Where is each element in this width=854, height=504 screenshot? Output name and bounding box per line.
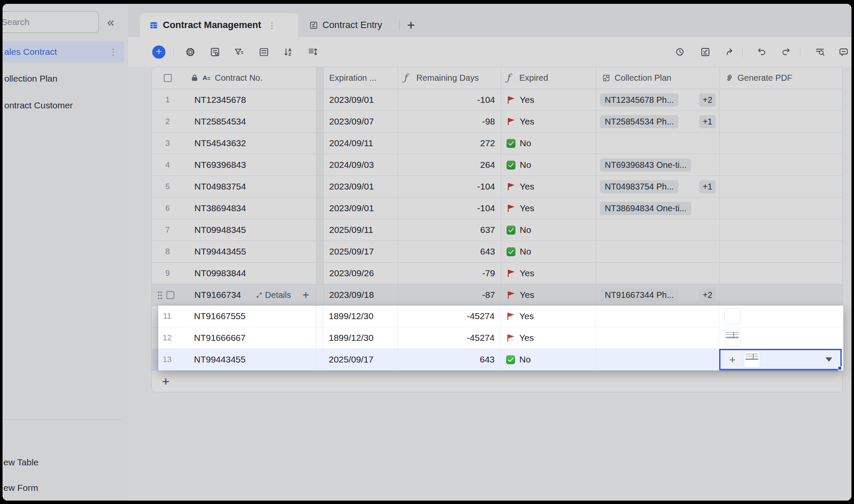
cell-expiration[interactable]: 2023/09/07: [324, 111, 398, 132]
row-details-button[interactable]: Details: [256, 290, 291, 300]
cell-collection-plan[interactable]: [596, 327, 719, 348]
cell-expired[interactable]: No: [501, 154, 596, 176]
cell-expiration[interactable]: 2024/09/11: [324, 133, 398, 154]
linked-record-tag[interactable]: NT38694834 One-ti...: [600, 202, 691, 215]
column-header-contract-no[interactable]: AContract No.: [183, 67, 316, 89]
cell-generate-pdf[interactable]: [719, 306, 842, 327]
cell-expiration[interactable]: 2023/09/26: [324, 263, 398, 284]
row-number-cell[interactable]: [152, 284, 183, 306]
cell-collection-plan[interactable]: [596, 219, 720, 241]
cell-contract-no[interactable]: NT91667555: [183, 306, 316, 327]
column-header-expiration[interactable]: Expiration ...: [324, 67, 398, 89]
cell-contract-no[interactable]: NT04983754: [183, 176, 316, 197]
redo-icon[interactable]: [781, 47, 791, 57]
comment-icon[interactable]: [838, 47, 849, 57]
task-check-icon[interactable]: [700, 47, 711, 57]
cell-contract-no[interactable]: NT12345678: [183, 89, 316, 110]
cell-contract-no[interactable]: NT38694834: [183, 198, 316, 219]
linked-record-tag[interactable]: NT69396843 One-ti...: [600, 159, 691, 172]
cell-expired[interactable]: Yes: [501, 89, 596, 110]
tab-more-icon[interactable]: ⋮: [268, 20, 276, 30]
cell-expiration[interactable]: 2025/09/11: [324, 219, 398, 241]
overflow-count-badge[interactable]: +2: [699, 289, 716, 302]
tab-contract-entry[interactable]: Contract Entry: [303, 13, 382, 37]
linked-record-tag[interactable]: NT91667344 Ph...: [600, 289, 678, 302]
history-icon[interactable]: [675, 47, 685, 57]
cell-remaining-days[interactable]: -98: [398, 111, 501, 132]
cell-generate-pdf[interactable]: [720, 111, 842, 132]
cell-contract-no[interactable]: NT25854534: [183, 111, 316, 132]
more-icon[interactable]: ⋮: [109, 47, 117, 57]
cell-expired[interactable]: Yes: [501, 176, 596, 197]
cell-expiration[interactable]: 2025/09/17: [324, 241, 398, 262]
add-table-tab-button[interactable]: +: [407, 17, 415, 34]
cell-expired[interactable]: Yes: [501, 111, 596, 132]
cell-collection-plan[interactable]: NT12345678 Ph...+2: [596, 89, 720, 110]
cell-contract-no[interactable]: NT09948345: [183, 219, 316, 241]
cell-expired[interactable]: Yes: [501, 306, 596, 327]
attachment-dropdown-icon[interactable]: [826, 357, 832, 362]
cell-remaining-days[interactable]: -104: [398, 176, 501, 197]
search-input[interactable]: Search: [3, 11, 99, 33]
linked-record-tag[interactable]: NT12345678 Ph...: [600, 93, 678, 107]
search-records-icon[interactable]: [815, 47, 826, 57]
cell-remaining-days[interactable]: -79: [398, 263, 501, 284]
cell-contract-no[interactable]: NT09983844: [183, 263, 316, 284]
cell-expired[interactable]: Yes: [501, 284, 596, 306]
overflow-count-badge[interactable]: +1: [699, 115, 716, 128]
tab-contract-management[interactable]: Contract Management ⋮: [140, 13, 298, 37]
cell-generate-pdf[interactable]: [720, 154, 842, 176]
cell-remaining-days[interactable]: 643: [398, 349, 501, 370]
linked-record-tag[interactable]: NT04983754 Ph...: [600, 180, 678, 193]
sidebar-item-collection-plan[interactable]: ollection Plan: [3, 68, 124, 89]
cell-contract-no[interactable]: NT99443455: [183, 349, 316, 370]
cell-collection-plan[interactable]: NT38694834 One-ti...: [596, 198, 720, 219]
cell-collection-plan[interactable]: NT69396843 One-ti...: [596, 154, 720, 176]
cell-generate-pdf[interactable]: [719, 327, 842, 348]
cell-expiration[interactable]: 2024/09/03: [324, 154, 398, 176]
new-form-button[interactable]: ew Form: [3, 477, 114, 498]
cell-expired[interactable]: No: [501, 349, 596, 370]
cell-remaining-days[interactable]: -104: [398, 198, 501, 219]
cell-remaining-days[interactable]: 272: [398, 133, 501, 154]
cell-expired[interactable]: Yes: [501, 263, 596, 284]
cell-collection-plan[interactable]: [596, 133, 720, 154]
cell-generate-pdf[interactable]: [720, 263, 842, 284]
cell-expired[interactable]: No: [501, 241, 596, 262]
cell-generate-pdf[interactable]: [720, 219, 842, 241]
add-record-button[interactable]: +: [152, 45, 165, 59]
cell-expired[interactable]: No: [501, 219, 596, 241]
cell-generate-pdf[interactable]: [720, 284, 842, 306]
cell-remaining-days[interactable]: 637: [398, 219, 501, 241]
overflow-count-badge[interactable]: +1: [699, 180, 716, 193]
cell-expiration[interactable]: 2025/09/17: [323, 349, 398, 370]
cell-contract-no[interactable]: NT69396843: [183, 154, 316, 176]
column-header-generate-pdf[interactable]: Generate PDF: [720, 67, 842, 89]
cell-collection-plan[interactable]: NT25854534 Ph...+1: [596, 111, 720, 132]
share-icon[interactable]: [725, 47, 736, 57]
cell-expiration[interactable]: 2023/09/01: [324, 198, 398, 219]
cell-expired[interactable]: Yes: [501, 198, 596, 219]
cell-expiration[interactable]: 2023/09/01: [324, 89, 398, 110]
cell-contract-no[interactable]: NT9166734Details +: [183, 284, 316, 306]
add-attachment-button[interactable]: +: [724, 351, 740, 368]
cell-contract-no[interactable]: NT54543632: [183, 133, 316, 154]
group-list-icon[interactable]: [259, 47, 269, 57]
drag-handle-icon[interactable]: [157, 290, 162, 300]
cell-expiration[interactable]: 1899/12/30: [323, 327, 398, 348]
cell-expired[interactable]: No: [501, 133, 596, 154]
cell-remaining-days[interactable]: -45274: [398, 327, 501, 348]
column-header-remaining-days[interactable]: ƒRemaining Days: [398, 67, 501, 89]
overflow-count-badge[interactable]: +2: [699, 93, 716, 107]
attachment-thumbnail[interactable]: [724, 308, 740, 324]
cell-generate-pdf[interactable]: [720, 89, 842, 110]
cell-remaining-days[interactable]: -87: [398, 284, 501, 306]
add-row-button[interactable]: +: [152, 371, 842, 392]
cell-generate-pdf-selected[interactable]: +: [719, 349, 842, 370]
cell-remaining-days[interactable]: -104: [398, 89, 501, 110]
linked-record-tag[interactable]: NT25854534 Ph...: [600, 115, 678, 128]
row-add-button[interactable]: +: [302, 289, 309, 301]
column-header-expired[interactable]: ƒExpired: [501, 67, 596, 89]
cell-collection-plan[interactable]: [596, 241, 720, 262]
cell-expiration[interactable]: 1899/12/30: [323, 306, 398, 327]
